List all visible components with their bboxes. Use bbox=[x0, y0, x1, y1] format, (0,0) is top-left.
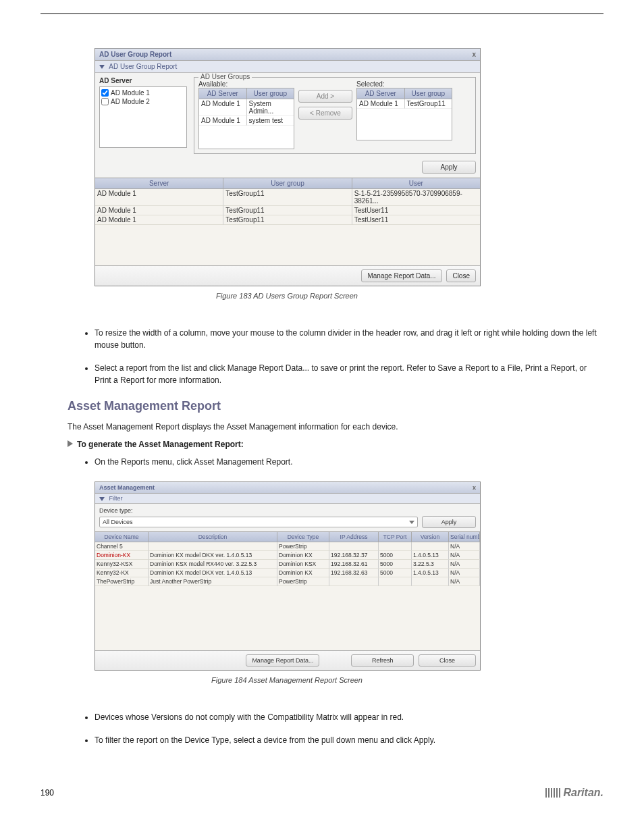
table-row[interactable]: AD Module 1TestGroup11TestUser11 bbox=[95, 215, 480, 225]
asset-table: Device Name Description Device Type IP A… bbox=[95, 531, 480, 650]
section-header[interactable]: AD User Group Report bbox=[95, 61, 480, 73]
chevron-down-icon bbox=[99, 497, 105, 501]
apply-button[interactable]: Apply bbox=[422, 516, 476, 528]
figure-caption: Figure 183 AD Users Group Report Screen bbox=[95, 292, 479, 300]
body-bullet: To resize the width of a column, move yo… bbox=[95, 327, 603, 351]
device-type-label: Device type: bbox=[99, 507, 476, 514]
selected-table[interactable]: AD Server User group AD Module 1TestGrou… bbox=[356, 88, 452, 140]
available-label: Available: bbox=[198, 80, 294, 88]
table-row[interactable]: AD Module 1system test bbox=[199, 116, 294, 126]
close-icon[interactable]: x bbox=[473, 484, 476, 491]
col-header[interactable]: Serial number bbox=[449, 532, 480, 542]
asset-management-dialog: Asset Management x Filter Device type: A… bbox=[95, 481, 481, 671]
col-header[interactable]: Description bbox=[149, 532, 277, 542]
col-header[interactable]: AD Server bbox=[357, 88, 405, 99]
body-bullet: To filter the report on the Device Type,… bbox=[95, 734, 603, 746]
table-row[interactable]: AD Module 1System Admin... bbox=[199, 99, 294, 116]
col-header[interactable]: User bbox=[352, 178, 480, 189]
table-row[interactable]: AD Module 1TestGroup11 bbox=[357, 99, 452, 109]
manage-report-button[interactable]: Manage Report Data... bbox=[361, 269, 441, 282]
available-table[interactable]: AD Server User group AD Module 1System A… bbox=[198, 88, 294, 149]
col-header[interactable]: User group bbox=[247, 88, 294, 99]
table-row[interactable]: Kenny32-KSXDominion KSX model RX440 ver.… bbox=[95, 560, 480, 569]
dialog-title: AD User Group Report bbox=[99, 51, 171, 58]
page-number: 190 bbox=[41, 788, 54, 798]
combo-value: All Devices bbox=[103, 519, 133, 525]
chevron-down-icon bbox=[409, 521, 414, 524]
logo-icon bbox=[545, 788, 560, 798]
col-header[interactable]: IP Address bbox=[329, 532, 379, 542]
server-checkbox-row[interactable]: AD Module 1 bbox=[101, 88, 185, 97]
col-header[interactable]: TCP Port bbox=[379, 532, 412, 542]
body-bullet: Select a report from the list and click … bbox=[95, 362, 603, 386]
dialog-title-bar: AD User Group Report x bbox=[95, 49, 480, 61]
fieldset-legend: AD User Groups bbox=[198, 73, 252, 80]
col-header[interactable]: Device Name bbox=[95, 532, 149, 542]
ad-user-groups-fieldset: AD User Groups Available: AD Server User… bbox=[194, 77, 476, 154]
table-row[interactable]: AD Module 1TestGroup11S-1-5-21-235995857… bbox=[95, 189, 480, 206]
table-row[interactable]: Dominion-KXDominion KX model DKX ver. 1.… bbox=[95, 551, 480, 560]
remove-button[interactable]: < Remove bbox=[298, 107, 352, 120]
body-bullet: Devices whose Versions do not comply wit… bbox=[95, 711, 603, 723]
brand-logo: Raritan. bbox=[545, 787, 603, 799]
filter-section-header[interactable]: Filter bbox=[95, 494, 480, 504]
col-header[interactable]: Server bbox=[95, 178, 223, 189]
col-header[interactable]: User group bbox=[405, 88, 452, 99]
brand-name: Raritan. bbox=[563, 787, 603, 799]
ad-server-list: AD Module 1 AD Module 2 bbox=[99, 86, 187, 148]
col-header[interactable]: Version bbox=[412, 532, 449, 542]
table-row[interactable]: Channel 5PowerStripN/A bbox=[95, 542, 480, 551]
section-heading: Asset Management Report bbox=[68, 397, 603, 415]
col-header[interactable]: Device Type bbox=[277, 532, 329, 542]
col-header[interactable]: AD Server bbox=[199, 88, 247, 99]
add-button[interactable]: Add > bbox=[298, 90, 352, 103]
section-title: Filter bbox=[109, 495, 123, 502]
dialog-title-bar: Asset Management x bbox=[95, 482, 480, 494]
table-row[interactable]: Kenny32-KXDominion KX model DKX ver. 1.4… bbox=[95, 569, 480, 577]
manage-report-button[interactable]: Manage Report Data... bbox=[246, 654, 319, 667]
chevron-down-icon bbox=[99, 65, 105, 69]
server-checkbox-row[interactable]: AD Module 2 bbox=[101, 97, 185, 106]
procedure-heading: To generate the Asset Management Report: bbox=[68, 438, 603, 450]
refresh-button[interactable]: Refresh bbox=[351, 654, 414, 667]
ad-user-group-report-dialog: AD User Group Report x AD User Group Rep… bbox=[95, 48, 481, 286]
server-checkbox[interactable] bbox=[101, 89, 109, 97]
ad-server-heading: AD Server bbox=[99, 77, 187, 84]
procedure-step: On the Reports menu, click Asset Managem… bbox=[95, 456, 603, 468]
col-header[interactable]: User group bbox=[223, 178, 352, 189]
results-table: Server User group User AD Module 1TestGr… bbox=[95, 178, 480, 265]
selected-label: Selected: bbox=[356, 80, 452, 88]
figure-caption: Figure 184 Asset Management Report Scree… bbox=[95, 676, 479, 684]
device-type-combo[interactable]: All Devices bbox=[99, 517, 418, 527]
close-button[interactable]: Close bbox=[419, 654, 476, 667]
close-icon[interactable]: x bbox=[472, 51, 476, 58]
section-title: AD User Group Report bbox=[109, 63, 177, 70]
table-row[interactable]: AD Module 1TestGroup11TestUser11 bbox=[95, 206, 480, 215]
apply-button[interactable]: Apply bbox=[422, 161, 476, 174]
dialog-title: Asset Management bbox=[99, 484, 155, 491]
server-checkbox[interactable] bbox=[101, 98, 109, 105]
table-row[interactable]: ThePowerStripJust Another PowerStripPowe… bbox=[95, 577, 480, 586]
body-text: The Asset Management Report displays the… bbox=[68, 421, 603, 433]
close-button[interactable]: Close bbox=[446, 269, 476, 282]
